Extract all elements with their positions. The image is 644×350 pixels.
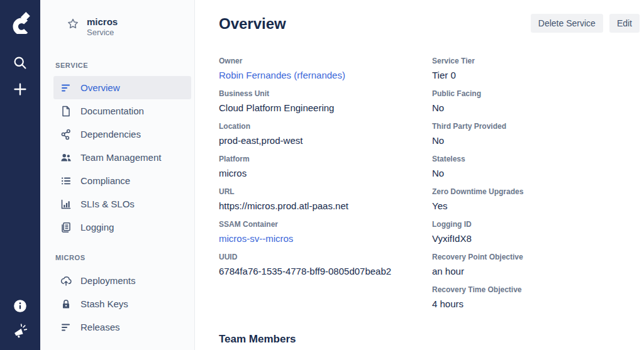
field-label: Location — [219, 122, 432, 131]
field-url: URL https://micros.prod.atl-paas.net — [219, 187, 432, 212]
team-members-heading: Team Members — [219, 333, 640, 346]
checklist-icon — [60, 175, 72, 187]
sidebar-item-logging[interactable]: Logging — [53, 216, 191, 239]
sidebar-item-label: SLIs & SLOs — [80, 199, 135, 209]
field-label: Owner — [219, 57, 432, 65]
sidebar-item-slis-slos[interactable]: SLIs & SLOs — [53, 192, 191, 216]
field-public-facing: Public Facing No — [432, 89, 640, 114]
field-recovery-time-objective: Recovery Time Objective 4 hours — [432, 285, 640, 310]
service-name: micros — [87, 16, 118, 28]
lock-icon — [60, 298, 72, 310]
field-label: Business Unit — [219, 89, 432, 98]
service-type: Service — [87, 28, 118, 38]
service-header: micros Service — [40, 16, 194, 38]
field-owner: Owner Robin Fernandes (rfernandes) — [219, 57, 432, 81]
section-label-service: SERVICE — [55, 62, 194, 69]
sidebar-item-compliance[interactable]: Compliance — [53, 169, 191, 192]
sidebar-item-label: Overview — [80, 82, 120, 93]
sidebar-item-stash-keys[interactable]: Stash Keys — [53, 292, 191, 315]
section-label-micros: MICROS — [55, 254, 194, 261]
field-location: Location prod-east,prod-west — [219, 122, 432, 146]
field-business-unit: Business Unit Cloud Platform Engineering — [219, 89, 432, 114]
sidebar-item-deployments[interactable]: Deployments — [53, 269, 191, 292]
ssam-container-link[interactable]: micros-sv--micros — [219, 233, 432, 244]
overview-lines-icon — [60, 82, 72, 94]
dependency-nodes-icon — [60, 128, 72, 141]
sidebar-item-label: Deployments — [80, 275, 136, 286]
main-header: Overview Delete Service Edit — [219, 14, 640, 33]
service-title-block: micros Service — [87, 16, 118, 38]
people-icon — [60, 151, 72, 164]
log-document-icon — [60, 221, 72, 234]
field-label: Stateless — [432, 155, 640, 163]
field-logging-id: Logging ID VyxifIdX8 — [432, 220, 640, 244]
service-sidebar: micros Service SERVICE Overview Document… — [40, 0, 195, 350]
field-label: URL — [219, 187, 432, 196]
field-value: an hour — [432, 266, 640, 277]
field-value: Cloud Platform Engineering — [219, 102, 432, 114]
sidebar-item-dependencies[interactable]: Dependencies — [53, 123, 191, 146]
field-value: 6784fa76-1535-4778-bff9-0805d07beab2 — [219, 266, 432, 277]
sidebar-item-label: Team Management — [80, 152, 161, 163]
field-value: prod-east,prod-west — [219, 135, 432, 146]
sidebar-item-label: Stash Keys — [80, 298, 128, 309]
field-label: UUID — [219, 253, 432, 261]
owner-link[interactable]: Robin Fernandes (rfernandes) — [219, 70, 432, 81]
fields-left-column: Owner Robin Fernandes (rfernandes) Busin… — [219, 57, 432, 318]
sidebar-item-label: Compliance — [80, 175, 130, 186]
field-value: No — [432, 168, 640, 179]
rail-bottom-group — [13, 288, 28, 339]
field-label: Recovery Time Objective — [432, 285, 640, 294]
cloud-upload-icon — [60, 275, 72, 287]
field-label: Zero Downtime Upgrades — [432, 187, 640, 196]
overview-fields: Owner Robin Fernandes (rfernandes) Busin… — [219, 57, 640, 318]
announcements-megaphone-icon[interactable] — [13, 324, 28, 339]
main-content: Overview Delete Service Edit Owner Robin… — [195, 0, 644, 350]
microscope-logo-icon[interactable] — [8, 9, 33, 34]
field-value: VyxifIdX8 — [432, 233, 640, 244]
field-recovery-point-objective: Recovery Point Objective an hour — [432, 253, 640, 277]
sidebar-item-label: Releases — [80, 322, 120, 332]
sidebar-item-label: Dependencies — [80, 129, 141, 139]
search-icon[interactable] — [13, 55, 28, 70]
sidebar-item-releases[interactable]: Releases — [53, 315, 191, 339]
sidebar-item-team-management[interactable]: Team Management — [53, 146, 191, 169]
field-stateless: Stateless No — [432, 155, 640, 179]
field-value: Tier 0 — [432, 70, 640, 81]
edit-button[interactable]: Edit — [609, 14, 640, 33]
info-icon[interactable] — [13, 298, 28, 314]
sidebar-item-label: Documentation — [80, 106, 144, 116]
global-rail — [0, 0, 40, 350]
sidebar-item-documentation[interactable]: Documentation — [53, 99, 191, 123]
fields-right-column: Service Tier Tier 0 Public Facing No Thi… — [432, 57, 640, 318]
release-lines-icon — [60, 321, 72, 334]
field-label: Logging ID — [432, 220, 640, 229]
field-label: SSAM Container — [219, 220, 432, 229]
bar-chart-icon — [60, 198, 72, 211]
field-uuid: UUID 6784fa76-1535-4778-bff9-0805d07beab… — [219, 253, 432, 277]
field-label: Platform — [219, 155, 432, 163]
sidebar-item-label: Logging — [80, 222, 114, 232]
field-value: https://micros.prod.atl-paas.net — [219, 200, 432, 212]
header-actions: Delete Service Edit — [531, 14, 640, 33]
app-window: micros Service SERVICE Overview Document… — [0, 0, 644, 350]
page-title: Overview — [219, 14, 286, 33]
favorite-star-icon[interactable] — [67, 18, 79, 30]
field-value: 4 hours — [432, 298, 640, 310]
field-value: No — [432, 102, 640, 114]
delete-service-button[interactable]: Delete Service — [531, 14, 603, 33]
field-service-tier: Service Tier Tier 0 — [432, 57, 640, 81]
field-label: Recovery Point Objective — [432, 253, 640, 261]
document-icon — [60, 105, 72, 118]
field-value: No — [432, 135, 640, 146]
field-third-party-provided: Third Party Provided No — [432, 122, 640, 146]
field-label: Service Tier — [432, 57, 640, 65]
field-ssam-container: SSAM Container micros-sv--micros — [219, 220, 432, 244]
sidebar-item-overview[interactable]: Overview — [53, 76, 191, 99]
field-platform: Platform micros — [219, 155, 432, 179]
field-value: micros — [219, 168, 432, 179]
create-plus-icon[interactable] — [13, 82, 28, 97]
field-zero-downtime-upgrades: Zero Downtime Upgrades Yes — [432, 187, 640, 212]
field-label: Third Party Provided — [432, 122, 640, 131]
field-label: Public Facing — [432, 89, 640, 98]
